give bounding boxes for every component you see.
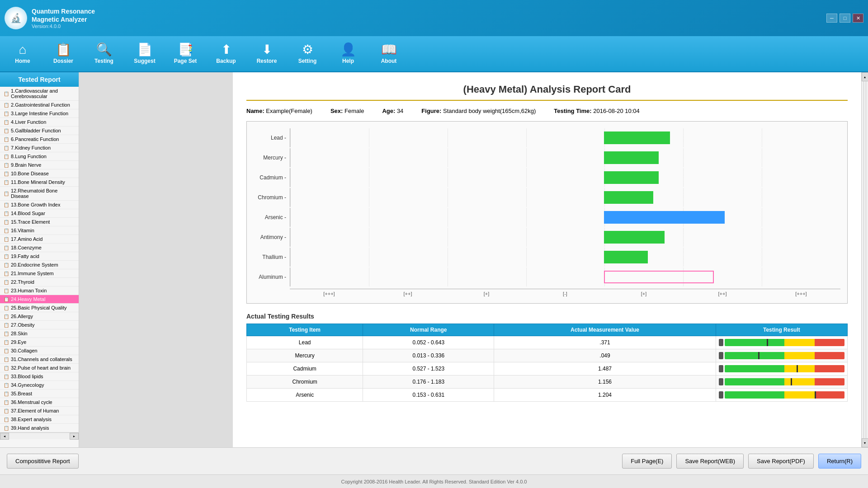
sidebar-item-13[interactable]: 📋13.Bone Growth Index — [0, 201, 79, 209]
sidebar-item-label-4: 4.Liver Function — [11, 119, 46, 125]
x-label-4: [-] — [526, 291, 604, 296]
sidebar-item-18[interactable]: 📋18.Coenzyme — [0, 244, 79, 252]
sidebar-item-7[interactable]: 📋7.Kidney Function — [0, 144, 79, 152]
sidebar-item-26[interactable]: 📋26.Allergy — [0, 312, 79, 321]
toolbar-page-set[interactable]: 📑 Page Set — [172, 43, 199, 64]
result-track-1 — [725, 352, 844, 359]
toolbar-home[interactable]: ⌂ Home — [9, 43, 36, 64]
right-scrollbar[interactable]: ▴ ▾ — [861, 72, 868, 447]
table-row: Chromium0.176 - 1.1831.156 — [247, 375, 848, 389]
sidebar-item-15[interactable]: 📋15.Trace Element — [0, 218, 79, 226]
sidebar-item-38[interactable]: 📋38.Expert analysis — [0, 415, 79, 424]
chart-container: Lead -Mercury -Cadmium -Chromium -Arseni… — [246, 121, 848, 304]
sidebar-item-37[interactable]: 📋37.Element of Human — [0, 407, 79, 415]
sidebar-item-32[interactable]: 📋32.Pulse of heart and brain — [0, 364, 79, 372]
scroll-up-arrow[interactable]: ▴ — [862, 72, 868, 81]
sidebar-item-label-28: 28.Skin — [11, 331, 28, 336]
sidebar-item-icon-10: 📋 — [4, 171, 9, 176]
sidebar-item-icon-6: 📋 — [4, 137, 9, 142]
sidebar-item-8[interactable]: 📋8.Lung Function — [0, 152, 79, 161]
sidebar-item-16[interactable]: 📋16.Vitamin — [0, 226, 79, 235]
sidebar-item-19[interactable]: 📋19.Fatty acid — [0, 252, 79, 261]
sidebar-item-5[interactable]: 📋5.Gallbladder Function — [0, 127, 79, 135]
sidebar-item-28[interactable]: 📋28.Skin — [0, 329, 79, 338]
sidebar-item-icon-18: 📋 — [4, 245, 9, 250]
full-page-button[interactable]: Full Page(E) — [622, 454, 672, 469]
result-pointer-0 — [719, 339, 723, 346]
chart-row-7: Aluminum - — [254, 267, 840, 286]
sidebar-item-25[interactable]: 📋25.Basic Physical Quality — [0, 304, 79, 312]
maximize-button[interactable]: □ — [840, 14, 850, 23]
scroll-down-arrow[interactable]: ▾ — [862, 438, 868, 447]
scroll-left-arrow[interactable]: ◂ — [0, 433, 9, 440]
sidebar-item-22[interactable]: 📋22.Thyroid — [0, 278, 79, 286]
scroll-right-arrow[interactable]: ▸ — [70, 433, 79, 440]
toolbar-suggest[interactable]: 📄 Suggest — [131, 43, 158, 64]
sidebar-item-label-9: 9.Brain Nerve — [11, 162, 41, 168]
home-icon: ⌂ — [19, 43, 27, 56]
sidebar-item-label-13: 13.Bone Growth Index — [11, 202, 60, 207]
sidebar-item-6[interactable]: 📋6.Pancreatic Function — [0, 135, 79, 144]
sidebar-item-31[interactable]: 📋31.Channels and collaterals — [0, 355, 79, 364]
result-bar-0 — [719, 338, 844, 347]
sidebar-item-1[interactable]: 📋1.Cardiovascular and Cerebrovascular — [0, 87, 79, 101]
compositive-report-button[interactable]: Composititive Report — [7, 454, 79, 469]
left-panel — [79, 72, 233, 447]
sidebar-scroll[interactable]: ◂ ▸ — [0, 432, 79, 439]
toolbar-testing[interactable]: 🔍 Testing — [90, 43, 118, 64]
sidebar-item-icon-13: 📋 — [4, 202, 9, 207]
chart-label-1: Mercury - — [254, 155, 290, 161]
sidebar-item-4[interactable]: 📋4.Liver Function — [0, 118, 79, 127]
sidebar-item-10[interactable]: 📋10.Bone Disease — [0, 169, 79, 178]
sidebar-item-9[interactable]: 📋9.Brain Nerve — [0, 161, 79, 169]
sidebar-item-36[interactable]: 📋36.Menstrual cycle — [0, 398, 79, 407]
result-pointer-3 — [719, 378, 723, 385]
sidebar-item-24[interactable]: 📋24.Heavy Metal — [0, 295, 79, 304]
chart-row-0: Lead - — [254, 128, 840, 147]
sidebar-item-label-33: 33.Blood lipids — [11, 374, 43, 379]
results-table: Testing Item Normal Range Actual Measure… — [246, 324, 848, 402]
result-bar-4 — [719, 390, 844, 400]
result-bar-3 — [719, 377, 844, 387]
sidebar-item-label-2: 2.Gastrointestinal Function — [11, 102, 70, 108]
sidebar-item-12[interactable]: 📋12.Rheumatoid Bone Disease — [0, 187, 79, 201]
col-testing-result: Testing Result — [716, 324, 847, 336]
sidebar-item-27[interactable]: 📋27.Obesity — [0, 321, 79, 329]
sidebar-item-29[interactable]: 📋29.Eye — [0, 338, 79, 347]
sidebar-item-label-31: 31.Channels and collaterals — [11, 357, 72, 362]
toolbar-help[interactable]: 👤 Help — [335, 43, 362, 64]
chart-label-5: Antimony - — [254, 234, 290, 240]
minimize-button[interactable]: ─ — [826, 14, 837, 23]
toolbar: ⌂ Home 📋 Dossier 🔍 Testing 📄 Suggest 📑 P… — [0, 36, 868, 72]
toolbar-dossier[interactable]: 📋 Dossier — [50, 43, 77, 64]
sidebar-item-39[interactable]: 📋39.Hand analysis — [0, 424, 79, 432]
sidebar-item-30[interactable]: 📋30.Collagen — [0, 347, 79, 355]
save-pdf-button[interactable]: Save Report(PDF) — [748, 454, 814, 469]
sidebar-item-33[interactable]: 📋33.Blood lipids — [0, 372, 79, 381]
toolbar-setting[interactable]: ⚙ Setting — [294, 43, 321, 64]
sidebar-item-35[interactable]: 📋35.Breast — [0, 389, 79, 398]
chart-bar-2 — [604, 171, 659, 184]
sidebar-item-21[interactable]: 📋21.Immune System — [0, 269, 79, 278]
sidebar-item-label-17: 17.Amino Acid — [11, 236, 42, 242]
toolbar-backup[interactable]: ⬆ Backup — [212, 43, 240, 64]
save-web-button[interactable]: Save Report(WEB) — [676, 454, 744, 469]
sidebar-items: 📋1.Cardiovascular and Cerebrovascular📋2.… — [0, 87, 79, 432]
sidebar-item-3[interactable]: 📋3.Large Intestine Function — [0, 109, 79, 118]
sidebar-item-icon-35: 📋 — [4, 391, 9, 396]
sidebar-item-2[interactable]: 📋2.Gastrointestinal Function — [0, 101, 79, 109]
sidebar-item-23[interactable]: 📋23.Human Toxin — [0, 286, 79, 295]
sidebar-item-14[interactable]: 📋14.Blood Sugar — [0, 209, 79, 218]
page-set-icon: 📑 — [178, 43, 193, 56]
sidebar-item-20[interactable]: 📋20.Endocrine System — [0, 261, 79, 269]
close-button[interactable]: ✕ — [853, 14, 863, 23]
toolbar-restore[interactable]: ⬇ Restore — [253, 43, 280, 64]
x-label-6: [++] — [683, 291, 762, 296]
x-label-2: [++] — [368, 291, 447, 296]
toolbar-about[interactable]: 📖 About — [375, 43, 402, 64]
return-button[interactable]: Return(R) — [818, 454, 861, 469]
sidebar-item-17[interactable]: 📋17.Amino Acid — [0, 235, 79, 244]
sidebar-item-11[interactable]: 📋11.Bone Mineral Density — [0, 178, 79, 187]
sidebar-item-34[interactable]: 📋34.Gynecology — [0, 381, 79, 389]
sidebar-item-icon-26: 📋 — [4, 314, 9, 319]
